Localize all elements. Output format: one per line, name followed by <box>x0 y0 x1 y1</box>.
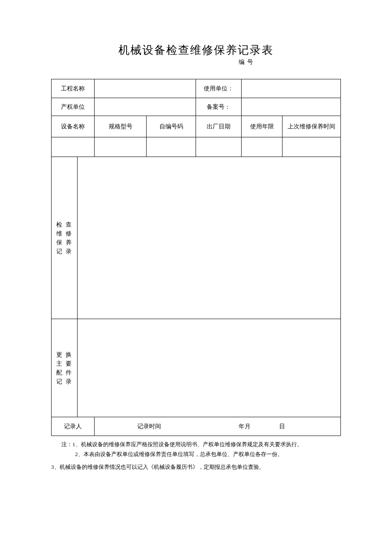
value-project-name <box>95 79 196 98</box>
value-last-maintenance <box>282 137 341 157</box>
value-inspection-record <box>77 157 340 319</box>
replacement-l4: 记 录 <box>52 377 77 386</box>
value-replacement-record <box>77 319 340 417</box>
label-day: 日 <box>279 423 285 430</box>
value-self-number <box>146 137 196 157</box>
note-1: 注：1、机械设备的维修保养应严格按照设备使用说明书、产权单位维修保养规定及有关要… <box>61 439 341 449</box>
value-user-unit <box>241 79 340 98</box>
inspection-l1: 检 查 <box>52 220 77 229</box>
value-service-life <box>241 137 282 157</box>
header-factory-date: 出厂日期 <box>196 116 241 137</box>
document-subtitle: 编号 <box>153 58 341 66</box>
inspection-l3: 保 养 <box>52 238 77 247</box>
label-user-unit: 使用单位： <box>196 79 241 98</box>
label-record-time: 记录时间 <box>137 423 161 430</box>
header-self-number: 自编号码 <box>146 116 196 137</box>
note-3: 3、机械设备的维修保养情况也可以记入《机械设备履历书》，定期报总承包单位查验。 <box>51 462 341 472</box>
value-spec-model <box>95 137 147 157</box>
label-record-no: 备案号： <box>196 98 241 116</box>
inspection-l4: 记 录 <box>52 247 77 256</box>
document-title: 机械设备检查维修保养记录表 <box>51 43 341 58</box>
header-service-life: 使用年限 <box>241 116 282 137</box>
label-property-unit: 产权单位 <box>52 98 95 116</box>
value-factory-date <box>196 137 241 157</box>
label-recorder: 记录人 <box>52 417 95 436</box>
record-table: 工程名称 使用单位： 产权单位 备案号： 设备名称 规格型号 自编号码 出厂日期… <box>51 79 341 436</box>
header-device-name: 设备名称 <box>52 116 95 137</box>
value-device-name <box>52 137 95 157</box>
replacement-l1: 更 换 <box>52 350 77 359</box>
value-record-no <box>241 98 340 116</box>
notes-section: 注：1、机械设备的维修保养应严格按照设备使用说明书、产权单位维修保养规定及有关要… <box>51 439 341 472</box>
inspection-l2: 维 修 <box>52 229 77 238</box>
label-project-name: 工程名称 <box>52 79 95 98</box>
label-year-month: 年月 <box>239 423 251 430</box>
record-time-row: 记录时间 年月 日 <box>95 417 341 436</box>
replacement-l2: 主 要 <box>52 359 77 368</box>
label-replacement-record: 更 换 主 要 配 件 记 录 <box>52 319 78 417</box>
header-last-maintenance: 上次维修保养时间 <box>282 116 341 137</box>
header-spec-model: 规格型号 <box>95 116 147 137</box>
replacement-l3: 配 件 <box>52 368 77 377</box>
note-2: 2、本表由设备产权单位或维修保养责任单位填写，总承包单位、产权单位各存一份。 <box>75 449 341 459</box>
label-inspection-record: 检 查 维 修 保 养 记 录 <box>52 157 78 319</box>
value-property-unit <box>95 98 196 116</box>
